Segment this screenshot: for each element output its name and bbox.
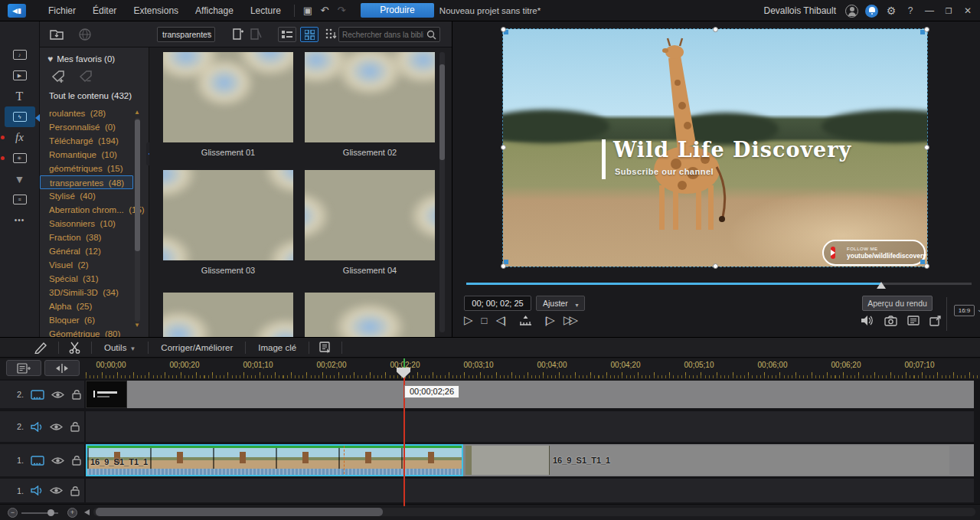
transition-thumbnail[interactable] [305, 293, 435, 337]
new-folder-icon[interactable] [231, 28, 246, 41]
seek-ruler-icon[interactable] [519, 315, 532, 326]
scrollbar-thumb[interactable] [96, 508, 383, 516]
favorites-row[interactable]: ♥ Mes favoris (0) [40, 47, 149, 64]
overlay-subtitle[interactable]: Subscribe our channel [615, 167, 714, 176]
transition-thumbnail[interactable] [163, 170, 293, 260]
category-item-selected[interactable]: transparentes (48) [40, 175, 133, 189]
menu-extensions[interactable]: Extensions [125, 0, 187, 21]
preview-video[interactable]: Wild Life Discovery Subscribe our channe… [503, 29, 927, 267]
lock-icon[interactable] [70, 421, 80, 432]
eye-icon[interactable] [50, 486, 63, 495]
category-item[interactable]: Personnalisé (0) [40, 120, 149, 134]
lock-icon[interactable] [71, 389, 82, 400]
produce-button[interactable]: Produire [361, 3, 434, 18]
transition-item[interactable]: Glissement 03 [163, 170, 293, 275]
save-icon[interactable]: ▣ [299, 5, 316, 16]
eye-icon[interactable] [51, 391, 64, 399]
category-item[interactable]: Fraction (38) [40, 231, 149, 244]
snap-toggle-button[interactable] [44, 360, 80, 376]
resize-handle[interactable] [713, 263, 718, 269]
menu-fichier[interactable]: Fichier [40, 0, 84, 21]
search-icon[interactable] [426, 30, 436, 40]
keyframe-button[interactable]: Image clé [255, 343, 299, 352]
transition-thumbnail[interactable] [305, 52, 435, 142]
category-scrollbar[interactable] [135, 118, 140, 322]
undock-window-icon[interactable] [929, 316, 942, 326]
overlay-title[interactable]: Wild Life Discovery [613, 138, 851, 162]
render-preview-button[interactable]: Aperçu du rendu [862, 296, 933, 311]
menu-editer[interactable]: Éditer [84, 0, 125, 21]
category-item[interactable]: Aberration chrom... (15) [40, 203, 149, 217]
search-input[interactable] [339, 31, 426, 39]
category-item[interactable]: roulantes (28) [40, 106, 149, 120]
lock-icon[interactable] [70, 486, 80, 496]
volume-icon[interactable] [861, 315, 874, 326]
grid-scrollbar[interactable] [439, 52, 445, 332]
eye-icon[interactable] [50, 423, 63, 431]
restore-button[interactable]: ❐ [942, 7, 955, 15]
category-item[interactable]: Romantique (10) [40, 148, 149, 162]
transition-overlay[interactable] [466, 446, 550, 475]
category-item[interactable]: géométriques (15) [40, 162, 149, 175]
transition-thumbnail[interactable] [305, 170, 435, 260]
category-item[interactable]: 3D/Simili-3D (34) [40, 286, 149, 299]
track-lane[interactable] [86, 479, 974, 502]
zoom-in-button[interactable]: + [67, 508, 77, 518]
help-icon[interactable]: ? [904, 5, 916, 16]
previous-frame-button[interactable]: ◁▏ [495, 313, 510, 327]
category-item[interactable]: Saisonniers (10) [40, 217, 149, 231]
transition-thumbnail[interactable] [163, 52, 293, 142]
account-avatar-icon[interactable] [845, 5, 858, 18]
scroll-down-icon[interactable]: ▼ [134, 322, 140, 329]
resize-handle[interactable] [924, 263, 929, 269]
tools-dropdown[interactable]: Outils▼ [101, 343, 139, 352]
snapshot-camera-icon[interactable] [884, 316, 897, 326]
timeline-scrollbar[interactable] [93, 508, 975, 516]
menu-lecture[interactable]: Lecture [242, 0, 289, 21]
notification-bell-icon[interactable] [865, 5, 878, 18]
resize-handle[interactable] [501, 145, 506, 150]
transition-item[interactable] [163, 293, 293, 337]
remove-tag-icon[interactable] [78, 69, 95, 83]
track-lane[interactable]: 16_9_S1_T1_1 16_9_S1_T1_1 [86, 444, 974, 476]
video-clip-selected[interactable]: 16_9_S1_T1_1 [86, 444, 463, 476]
import-folder-icon[interactable] [49, 28, 64, 41]
next-frame-button[interactable]: ▕▷ [541, 313, 555, 327]
video-clip[interactable]: 16_9_S1_T1_1 [466, 446, 949, 475]
resize-handle[interactable] [924, 145, 929, 150]
category-item[interactable]: Bloquer (6) [40, 313, 149, 327]
transition-thumbnail[interactable] [163, 293, 293, 337]
transition-item[interactable]: Glissement 02 [305, 52, 435, 157]
zoom-out-button[interactable]: − [8, 508, 18, 518]
category-item[interactable]: Général (12) [40, 244, 149, 258]
transition-item[interactable]: Glissement 01 [163, 52, 293, 157]
preview-seekbar[interactable] [466, 283, 972, 285]
grid-view-toggle[interactable] [300, 27, 318, 42]
chevron-down-icon[interactable]: ⌄ [977, 306, 980, 313]
scrollbar-thumb[interactable] [439, 64, 445, 160]
notes-panel-icon[interactable] [318, 342, 332, 354]
resize-handle[interactable] [713, 27, 718, 32]
redo-icon[interactable]: ↷ [333, 5, 350, 16]
resize-handle[interactable] [501, 263, 506, 269]
minimize-button[interactable]: — [923, 5, 936, 16]
transition-item[interactable]: Glissement 04 [305, 170, 435, 275]
settings-gear-icon[interactable]: ⚙ [885, 5, 897, 17]
category-item[interactable]: Stylisé (40) [40, 189, 149, 203]
category-item[interactable]: Alpha (25) [40, 299, 149, 313]
overlay-room-icon[interactable]: ▶ [5, 65, 35, 86]
subtitle-room-icon[interactable]: ≡ [5, 189, 35, 210]
timeline-ruler[interactable]: 00;00;00 00;00;20 00;01;10 00;02;00 00;0… [0, 358, 980, 379]
zoom-slider-thumb[interactable] [47, 509, 54, 516]
category-filter-dropdown[interactable]: transparentes [157, 27, 215, 42]
menu-affichage[interactable]: Affichage [187, 0, 242, 21]
list-view-toggle[interactable] [278, 27, 296, 42]
youtube-banner[interactable]: FOLLOW ME youtube/wildlifediscovery [822, 240, 926, 266]
fix-enhance-button[interactable]: Corriger/Améliorer [158, 343, 236, 352]
particle-room-icon[interactable]: ▼ [5, 168, 35, 189]
transition-item[interactable] [305, 293, 435, 337]
aspect-ratio-badge[interactable]: 16:9 [954, 305, 975, 316]
add-tag-icon[interactable] [51, 69, 67, 83]
fast-forward-button[interactable]: ▷▷ [564, 313, 575, 327]
scrollbar-thumb[interactable] [135, 119, 140, 251]
